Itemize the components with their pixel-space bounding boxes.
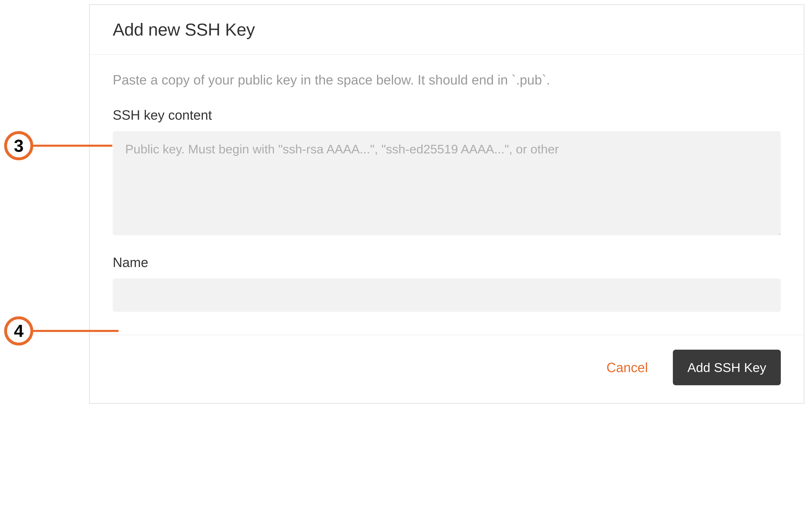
callout-3-line bbox=[33, 145, 112, 147]
cancel-button[interactable]: Cancel bbox=[607, 360, 648, 375]
name-field-group: Name bbox=[113, 255, 781, 312]
dialog-header: Add new SSH Key bbox=[90, 5, 804, 55]
add-ssh-key-dialog: Add new SSH Key Paste a copy of your pub… bbox=[89, 4, 805, 404]
callout-step-3: 3 bbox=[4, 131, 112, 160]
callout-4-badge: 4 bbox=[4, 316, 33, 346]
dialog-instruction: Paste a copy of your public key in the s… bbox=[113, 72, 781, 89]
dialog-title: Add new SSH Key bbox=[113, 20, 781, 40]
name-label: Name bbox=[113, 255, 781, 270]
ssh-key-content-field-group: SSH key content bbox=[113, 107, 781, 236]
callout-step-4: 4 bbox=[4, 316, 119, 346]
ssh-key-content-input[interactable] bbox=[113, 131, 781, 235]
ssh-key-content-label: SSH key content bbox=[113, 107, 781, 123]
callout-4-line bbox=[33, 330, 119, 332]
add-ssh-key-button[interactable]: Add SSH Key bbox=[673, 350, 781, 385]
dialog-footer: Cancel Add SSH Key bbox=[90, 335, 804, 403]
dialog-body: Paste a copy of your public key in the s… bbox=[90, 55, 804, 335]
callout-3-badge: 3 bbox=[4, 131, 33, 160]
name-input[interactable] bbox=[113, 278, 781, 312]
